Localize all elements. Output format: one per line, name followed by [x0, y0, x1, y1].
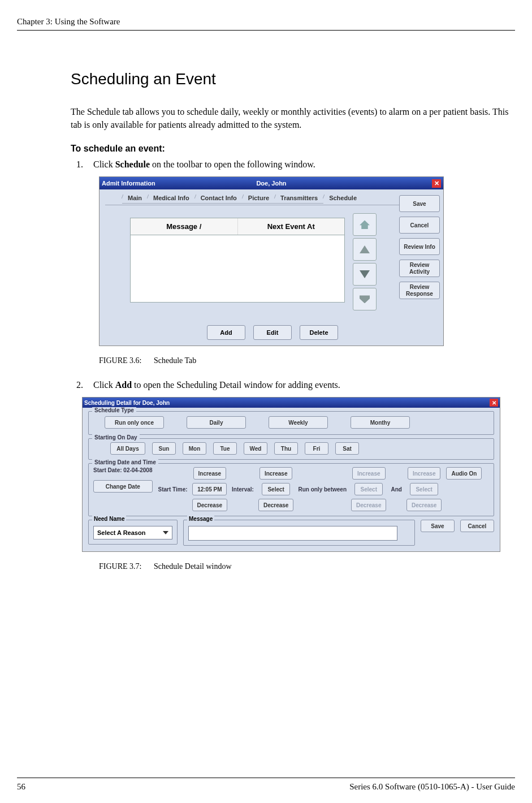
interval-decrease-button[interactable]: Decrease	[258, 499, 293, 511]
side-button-stack: Save Cancel Review Info Review Activity …	[399, 195, 440, 299]
weekly-button[interactable]: Weekly	[269, 416, 328, 429]
between-to-select: Select	[410, 483, 438, 495]
schedule-grid: Message / Next Event At	[130, 218, 345, 303]
tab-transmitters[interactable]: Transmitters	[275, 193, 323, 204]
tab-schedule[interactable]: Schedule	[323, 193, 362, 204]
audio-on-button[interactable]: Audio On	[446, 467, 482, 480]
save-button[interactable]: Save	[399, 195, 440, 212]
tab-strip: Main Medical Info Contact Info Picture T…	[122, 193, 438, 204]
sat-button[interactable]: Sat	[335, 442, 359, 455]
add-button[interactable]: Add	[207, 325, 245, 340]
need-name-group: Need Name Select A Reason	[88, 520, 178, 545]
review-response-button[interactable]: Review Response	[399, 282, 440, 299]
step-1-pre: Click	[93, 159, 115, 169]
nav-last-button[interactable]	[353, 288, 377, 310]
footer-rule	[17, 778, 515, 778]
start-time-label: Start Time:	[158, 486, 188, 493]
page-number: 56	[17, 782, 25, 792]
review-activity-button[interactable]: Review Activity	[399, 260, 440, 277]
step-2-number: 2.	[76, 380, 83, 390]
all-days-button[interactable]: All Days	[110, 442, 145, 455]
section-title: Scheduling an Event	[71, 70, 509, 88]
grid-col-next-event[interactable]: Next Event At	[238, 218, 345, 235]
between-from-select: Select	[354, 483, 383, 495]
between-from-decrease: Decrease	[351, 499, 386, 511]
home-icon	[360, 220, 370, 229]
step-1: 1. Click Schedule on the toolbar to open…	[93, 159, 509, 170]
tue-button[interactable]: Tue	[213, 442, 237, 455]
thu-button[interactable]: Thu	[274, 442, 298, 455]
step-2-bold: Add	[115, 380, 132, 390]
nav-down-button[interactable]	[353, 263, 377, 286]
chevron-down-icon	[163, 531, 168, 534]
change-date-button[interactable]: Change Date	[93, 480, 153, 493]
cancel-button[interactable]: Cancel	[460, 520, 494, 532]
time-increase-button[interactable]: Increase	[193, 467, 227, 480]
delete-button[interactable]: Delete	[300, 325, 338, 340]
between-from-increase: Increase	[352, 467, 386, 480]
step-2-pre: Click	[93, 380, 115, 390]
reason-select-value: Select A Reason	[97, 529, 145, 536]
bottom-button-row: Add Edit Delete	[207, 325, 338, 340]
figure-3-7: Scheduling Detail for Doe, John ✕ Schedu…	[99, 397, 509, 552]
mon-button[interactable]: Mon	[183, 442, 206, 455]
tab-picture[interactable]: Picture	[243, 193, 275, 204]
subheading: To schedule an event:	[71, 144, 509, 154]
start-time-value[interactable]: 12:05 PM	[192, 483, 227, 495]
review-info-button[interactable]: Review Info	[399, 238, 440, 255]
cancel-button[interactable]: Cancel	[399, 217, 440, 234]
figure-3-7-caption: FIGURE 3.7: Schedule Detail window	[99, 562, 509, 571]
fri-button[interactable]: Fri	[305, 442, 328, 455]
interval-label: Interval:	[232, 486, 254, 493]
header-rule	[17, 30, 515, 31]
figure-3-6: Admit Information Doe, John ✕ Main Medic…	[99, 176, 509, 346]
figure-3-6-label: FIGURE 3.6:	[99, 356, 141, 365]
nav-up-button[interactable]	[353, 238, 377, 261]
time-decrease-button[interactable]: Decrease	[192, 499, 227, 511]
tab-main[interactable]: Main	[122, 193, 148, 204]
reason-select[interactable]: Select A Reason	[93, 526, 172, 539]
starting-date-time-legend: Starting Date and Time	[92, 459, 158, 465]
message-input[interactable]	[188, 526, 397, 541]
message-group: Message	[183, 520, 415, 546]
monthly-button[interactable]: Monthy	[351, 416, 410, 429]
between-to-increase: Increase	[408, 467, 441, 480]
close-icon[interactable]: ✕	[432, 179, 441, 188]
wed-button[interactable]: Wed	[244, 442, 267, 455]
starting-on-day-legend: Starting On Day	[92, 434, 140, 441]
tab-contact-info[interactable]: Contact Info	[195, 193, 243, 204]
interval-select-button[interactable]: Select	[262, 483, 290, 495]
save-button[interactable]: Save	[421, 520, 455, 532]
run-only-between-label: Run only between	[298, 486, 347, 493]
nav-first-button[interactable]	[353, 213, 377, 236]
grid-col-message[interactable]: Message /	[131, 218, 238, 235]
message-legend: Message	[187, 516, 214, 522]
between-to-decrease: Decrease	[406, 499, 442, 511]
interval-increase-button[interactable]: Increase	[259, 467, 293, 480]
page-footer: 56 Series 6.0 Software (0510-1065-A) - U…	[17, 782, 515, 792]
starting-on-day-group: Starting On Day All Days Sun Mon Tue Wed…	[88, 438, 494, 460]
edit-button[interactable]: Edit	[253, 325, 292, 340]
figure-3-6-caption: FIGURE 3.6: Schedule Tab	[99, 356, 509, 365]
arrow-up-icon	[360, 245, 370, 253]
step-2-post: to open the Scheduling Detail window for…	[132, 380, 340, 390]
close-icon[interactable]: ✕	[490, 399, 498, 407]
window-titlebar: Admit Information Doe, John ✕	[100, 177, 443, 189]
step-1-bold: Schedule	[115, 159, 150, 169]
tab-medical-info[interactable]: Medical Info	[148, 193, 195, 204]
figure-3-7-label: FIGURE 3.7:	[99, 562, 141, 571]
need-name-legend: Need Name	[92, 516, 126, 522]
figure-3-6-text: Schedule Tab	[154, 356, 196, 365]
daily-button[interactable]: Daily	[187, 416, 246, 429]
page-header: Chapter 3: Using the Software	[17, 17, 515, 27]
sun-button[interactable]: Sun	[152, 442, 176, 455]
window2-titlebar: Scheduling Detail for Doe, John ✕	[83, 398, 500, 408]
starting-date-time-group: Starting Date and Time Start Date: 02-04…	[88, 463, 494, 516]
nav-button-stack	[353, 213, 377, 310]
run-once-button[interactable]: Run only once	[105, 416, 164, 429]
intro-paragraph: The Schedule tab allows you to schedule …	[71, 105, 509, 131]
admit-info-window: Admit Information Doe, John ✕ Main Medic…	[99, 176, 444, 346]
arrow-end-icon	[360, 295, 370, 303]
step-1-number: 1.	[76, 159, 83, 170]
step-2: 2. Click Add to open the Scheduling Deta…	[93, 380, 509, 390]
